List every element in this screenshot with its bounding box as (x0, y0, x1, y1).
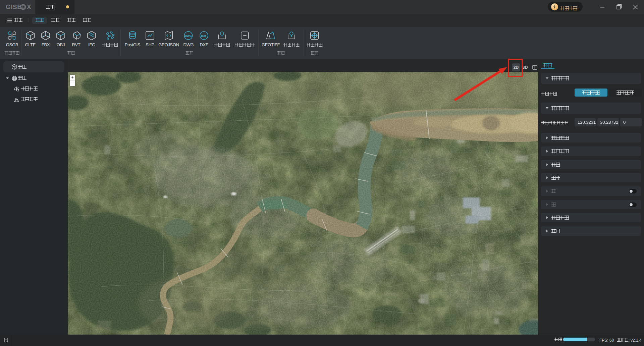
svg-text:DWG: DWG (185, 34, 192, 38)
svg-text:DXF: DXF (201, 34, 207, 38)
